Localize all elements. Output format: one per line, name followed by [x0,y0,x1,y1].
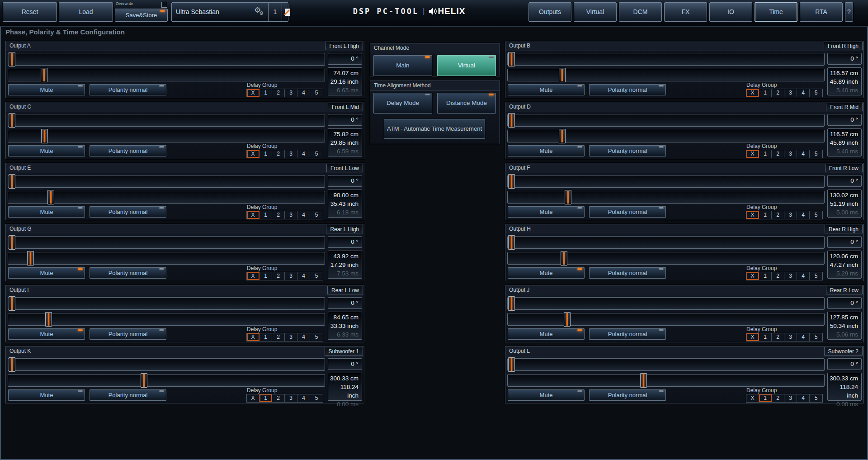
edit-pencil-icon[interactable] [285,9,290,16]
delay-group-option-2[interactable]: 2 [772,272,784,280]
delay-group-option-3[interactable]: 3 [784,333,797,341]
phase-slider[interactable] [507,114,825,127]
delay-group-option-3[interactable]: 3 [285,333,297,341]
atm-button[interactable]: ATM - Automatic Time Measurement [384,119,485,139]
distance-value-box[interactable]: 300.33 cm 118.24 inch 0.00 ms [328,373,362,401]
phase-value-field[interactable]: 0 ° [827,53,862,65]
delay-group-option-1[interactable]: 1 [759,333,772,341]
delay-group-option-3[interactable]: 3 [784,394,797,402]
distance-inch-value[interactable]: 17.29 inch [328,261,359,269]
distance-slider-handle[interactable] [45,312,52,327]
delay-group-option-3[interactable]: 3 [784,211,797,219]
delay-group-option-1[interactable]: 1 [759,211,772,219]
polarity-button[interactable]: Polarity normal [89,267,167,279]
distance-slider-handle[interactable] [41,68,47,82]
delay-group-option-2[interactable]: 2 [272,211,285,219]
distance-value-box[interactable]: 75.82 cm 29.85 inch 6.59 ms [328,128,362,156]
distance-slider-handle[interactable] [640,373,647,388]
distance-slider[interactable] [8,374,325,387]
delay-group-option-3[interactable]: 3 [285,89,297,97]
delay-group-option-1[interactable]: 1 [759,272,772,280]
distance-slider-handle[interactable] [559,129,566,143]
delay-group-option-5[interactable]: 5 [810,394,822,402]
distance-slider-handle[interactable] [141,373,147,388]
distance-cm-value[interactable]: 116.57 cm [828,69,858,77]
distance-cm-value[interactable]: 43.92 cm [328,252,359,261]
delay-group-option-x[interactable]: X [247,89,259,97]
distance-slider-handle[interactable] [27,251,34,266]
mute-button[interactable]: Mute [507,145,585,157]
delay-group-option-x[interactable]: X [247,211,259,219]
phase-slider[interactable] [8,236,325,249]
distance-cm-value[interactable]: 75.82 cm [328,130,359,138]
distance-cm-value[interactable]: 300.33 cm [328,374,359,383]
delay-group-option-4[interactable]: 4 [797,394,810,402]
delay-group-option-1[interactable]: 1 [259,333,272,341]
distance-inch-value[interactable]: 29.85 inch [328,138,359,147]
distance-inch-value[interactable]: 45.89 inch [828,77,858,86]
phase-value-field[interactable]: 0 ° [827,358,862,370]
phase-slider[interactable] [8,297,325,310]
nav-help[interactable]: ? [845,2,853,22]
distance-slider[interactable] [507,252,825,265]
distance-slider[interactable] [507,313,825,326]
distance-slider[interactable] [507,130,825,142]
distance-inch-value[interactable]: 50.34 inch [828,322,858,330]
distance-value-box[interactable]: 300.33 cm 118.24 inch 0.00 ms [827,373,862,401]
phase-slider[interactable] [8,53,325,66]
phase-value-field[interactable]: 0 ° [827,175,862,187]
delay-group-option-1[interactable]: 1 [259,394,272,402]
distance-slider-handle[interactable] [559,68,566,82]
delay-group-option-3[interactable]: 3 [285,272,297,280]
polarity-button[interactable]: Polarity normal [89,206,167,218]
mute-button[interactable]: Mute [507,267,585,279]
distance-slider-handle[interactable] [47,190,54,204]
polarity-button[interactable]: Polarity normal [89,84,167,96]
distance-slider[interactable] [507,69,825,81]
phase-value-field[interactable]: 0 ° [328,358,362,370]
delay-group-option-4[interactable]: 4 [297,394,310,402]
distance-value-box[interactable]: 120.06 cm 47.27 inch 5.29 ms [827,251,862,279]
delay-group-option-2[interactable]: 2 [772,150,784,158]
delay-group-option-5[interactable]: 5 [810,272,822,280]
phase-slider-handle[interactable] [508,52,515,66]
delay-group-option-1[interactable]: 1 [259,272,272,280]
delay-group-option-2[interactable]: 2 [772,333,784,341]
distance-slider-handle[interactable] [561,251,567,266]
delay-group-option-1[interactable]: 1 [759,150,772,158]
nav-dcm[interactable]: DCM [619,2,662,22]
phase-slider-handle[interactable] [508,174,515,189]
delay-group-option-x[interactable]: X [247,394,259,402]
distance-slider[interactable] [8,252,325,265]
distance-inch-value[interactable]: 33.33 inch [328,322,359,330]
nav-io[interactable]: IO [709,2,752,22]
distance-slider-handle[interactable] [565,190,571,204]
distance-value-box[interactable]: 74.07 cm 29.16 inch 6.65 ms [328,67,362,95]
delay-group-option-x[interactable]: X [746,89,759,97]
delay-group-option-3[interactable]: 3 [285,211,297,219]
distance-value-box[interactable]: 116.57 cm 45.89 inch 5.40 ms [827,128,862,156]
channel-mode-main-button[interactable]: Main [373,55,433,76]
save-store-button[interactable]: Save&Store [115,9,168,22]
delay-group-option-x[interactable]: X [247,272,259,280]
delay-group-option-x[interactable]: X [746,394,759,402]
reset-button[interactable]: Reset [3,2,57,22]
distance-inch-value[interactable]: 47.27 inch [828,261,858,269]
nav-rta[interactable]: RTA [800,2,843,22]
delay-group-option-4[interactable]: 4 [797,89,810,97]
overwrite-checkbox[interactable] [161,2,167,8]
delay-group-option-4[interactable]: 4 [297,150,310,158]
polarity-button[interactable]: Polarity normal [89,328,167,340]
delay-group-option-4[interactable]: 4 [297,89,310,97]
delay-group-option-x[interactable]: X [247,333,259,341]
phase-slider[interactable] [507,175,825,188]
phase-value-field[interactable]: 0 ° [328,114,362,126]
delay-group-option-2[interactable]: 2 [272,89,285,97]
delay-group-option-5[interactable]: 5 [810,89,822,97]
phase-slider-handle[interactable] [508,357,515,372]
distance-inch-value[interactable]: 45.89 inch [828,138,858,147]
distance-cm-value[interactable]: 84.65 cm [328,313,359,322]
distance-cm-value[interactable]: 74.07 cm [328,69,359,77]
delay-group-option-4[interactable]: 4 [797,333,810,341]
nav-virtual[interactable]: Virtual [574,2,617,22]
